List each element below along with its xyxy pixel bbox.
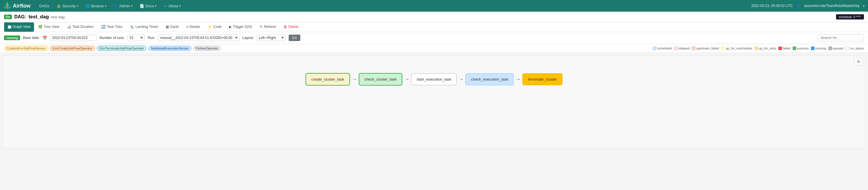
task-start-label: start_execution_task bbox=[416, 77, 451, 81]
tab-task-tries[interactable]: 🔄 Task Tries bbox=[98, 22, 126, 32]
details-icon: ≡ bbox=[186, 25, 188, 29]
task-create-label: create_cluster_task bbox=[311, 77, 344, 81]
sub-header: On DAG: test_dag test dag schedule: 0 **… bbox=[0, 11, 868, 22]
nav-browse[interactable]: 🌐 Browse ▾ bbox=[83, 0, 109, 11]
user-chevron-icon: ▾ bbox=[863, 4, 865, 7]
tab-details[interactable]: ≡ Details bbox=[183, 22, 204, 32]
queued-label: queued bbox=[833, 47, 844, 50]
upstream-failed-dot bbox=[692, 47, 695, 50]
refresh-icon: ↻ bbox=[260, 25, 263, 29]
brand-label: Airflow bbox=[13, 3, 31, 9]
nav-security[interactable]: 🔒 Security ▾ bbox=[54, 0, 82, 11]
run-select[interactable]: manual__2022-03-23T05:04:51.670355+00:00 bbox=[158, 35, 240, 41]
calendar-icon[interactable]: 📅 bbox=[42, 36, 47, 40]
running-dot bbox=[811, 47, 814, 50]
tab-graph-label: Graph View bbox=[12, 25, 31, 29]
status-scheduled: scheduled bbox=[653, 47, 672, 50]
task-node-start-execution[interactable]: start_execution_task bbox=[411, 73, 457, 85]
task-node-check-execution[interactable]: check_execution_task bbox=[465, 73, 514, 85]
trigger-icon: ▶ bbox=[229, 25, 232, 29]
op-tag-custom-emr[interactable]: CustomEmrJobFlowSensor bbox=[4, 46, 48, 51]
no-status-dot bbox=[846, 47, 849, 50]
admin-icon: 👤 bbox=[113, 4, 118, 8]
layout-select[interactable]: Left->Right Top->Bottom bbox=[257, 35, 286, 41]
arrow-4: → bbox=[516, 76, 521, 82]
nav-admin[interactable]: 👤 Admin ▾ bbox=[111, 0, 135, 11]
docs-icon: 📄 bbox=[140, 4, 144, 8]
security-icon: 🔒 bbox=[56, 4, 61, 8]
nav-dags-label: DAGs bbox=[39, 4, 50, 8]
gantt-icon: ▦ bbox=[166, 25, 169, 29]
nav-about-label: About bbox=[168, 4, 178, 8]
tab-details-label: Details bbox=[189, 25, 200, 29]
graph-refresh-button[interactable]: ↻ bbox=[854, 58, 863, 65]
tries-icon: 🔄 bbox=[101, 25, 105, 29]
airflow-logo-icon bbox=[3, 2, 11, 9]
graph-icon: ⬤ bbox=[7, 25, 11, 29]
success-label: success bbox=[797, 47, 809, 50]
arrow-2: → bbox=[404, 76, 409, 82]
up-retry-label: up_for_retry bbox=[759, 47, 776, 50]
tab-refresh[interactable]: ↻ Refresh bbox=[256, 22, 280, 32]
task-node-check-cluster[interactable]: check_cluster_task bbox=[359, 73, 403, 85]
tab-code-label: Code bbox=[213, 25, 221, 29]
tab-gantt[interactable]: ▦ Gantt bbox=[162, 22, 182, 32]
status-running: running bbox=[811, 47, 826, 50]
op-tag-notebook[interactable]: NotebookExecutionSensor bbox=[148, 46, 191, 51]
status-no-status: no_status bbox=[846, 47, 864, 50]
tab-trigger-label: Trigger DAG bbox=[233, 25, 252, 29]
nav-docs-label: Docs bbox=[145, 4, 154, 8]
tab-code[interactable]: ⚡ Code bbox=[204, 22, 225, 32]
dag-flow: create_cluster_task → check_cluster_task… bbox=[3, 56, 865, 103]
about-icon: ⋯ bbox=[163, 4, 167, 8]
upstream-failed-label: upstream_failed bbox=[696, 47, 719, 50]
tab-tree-label: Tree View bbox=[43, 25, 59, 29]
tab-gantt-label: Gantt bbox=[170, 25, 179, 29]
op-tag-emr-terminate[interactable]: EmrTerminateJobFlowOperator bbox=[97, 46, 147, 51]
up-reschedule-label: up_for_reschedule bbox=[725, 47, 752, 50]
nav-docs[interactable]: 📄 Docs ▾ bbox=[136, 0, 160, 11]
tab-tree-view[interactable]: 🌿 Tree View bbox=[35, 22, 62, 32]
search-input[interactable] bbox=[817, 34, 864, 41]
nav-about[interactable]: ⋯ About ▾ bbox=[160, 0, 184, 11]
op-tag-python[interactable]: PythonOperator bbox=[193, 46, 221, 51]
skipped-dot bbox=[674, 47, 678, 50]
navbar: Airflow DAGs 🔒 Security ▾ 🌐 Browse ▾ 👤 A… bbox=[0, 0, 868, 11]
graph-canvas: ↻ create_cluster_task → check_cluster_ta… bbox=[2, 55, 866, 148]
tab-landing-times[interactable]: 🛬 Landing Times bbox=[126, 22, 162, 32]
browse-chevron-icon: ▾ bbox=[105, 4, 106, 7]
nav-admin-label: Admin bbox=[119, 4, 130, 8]
admin-chevron-icon: ▾ bbox=[131, 4, 132, 7]
failed-dot bbox=[778, 47, 782, 50]
tab-bar: ⬤ Graph View 🌿 Tree View 📊 Task Duration… bbox=[0, 22, 868, 32]
task-node-terminate[interactable]: terminate_cluster bbox=[522, 73, 562, 85]
status-failed: failed bbox=[778, 47, 790, 50]
tab-delete-label: Delete bbox=[288, 25, 299, 29]
navbar-brand[interactable]: Airflow bbox=[3, 2, 31, 9]
op-tag-emr-create[interactable]: EmrCreateJobFlowOperator bbox=[50, 46, 95, 51]
browse-icon: 🌐 bbox=[86, 4, 90, 8]
delete-icon: 🗑 bbox=[284, 25, 287, 29]
queued-dot bbox=[829, 47, 832, 50]
tab-delete[interactable]: 🗑 Delete bbox=[280, 22, 302, 32]
base-date-label: Base date: bbox=[23, 36, 39, 40]
nav-dags[interactable]: DAGs bbox=[36, 0, 52, 11]
failed-label: failed bbox=[783, 47, 790, 50]
navbar-right: 2022-03-23, 05:09:53 UTC 👤 assumed-role/… bbox=[751, 4, 865, 8]
navbar-user[interactable]: assumed-role/TeamRole/MasterKey bbox=[804, 4, 860, 8]
num-runs-select[interactable]: 25 10 50 bbox=[127, 35, 145, 41]
base-date-input[interactable] bbox=[50, 35, 96, 41]
task-node-create-cluster[interactable]: create_cluster_task bbox=[306, 73, 350, 85]
status-success: success bbox=[793, 47, 809, 50]
tab-graph-view[interactable]: ⬤ Graph View bbox=[4, 22, 34, 32]
layout-label: Layout: bbox=[242, 36, 254, 40]
tab-trigger[interactable]: ▶ Trigger DAG bbox=[225, 22, 256, 32]
operator-tags: CustomEmrJobFlowSensor EmrCreateJobFlowO… bbox=[4, 46, 221, 51]
running-label: running bbox=[815, 47, 826, 50]
on-badge[interactable]: On bbox=[4, 15, 12, 19]
dag-desc: test dag bbox=[51, 15, 65, 19]
tab-task-duration[interactable]: 📊 Task Duration bbox=[63, 22, 97, 32]
go-button[interactable]: Go bbox=[289, 35, 300, 41]
about-chevron-icon: ▾ bbox=[179, 4, 181, 7]
docs-chevron-icon: ▾ bbox=[155, 4, 156, 7]
